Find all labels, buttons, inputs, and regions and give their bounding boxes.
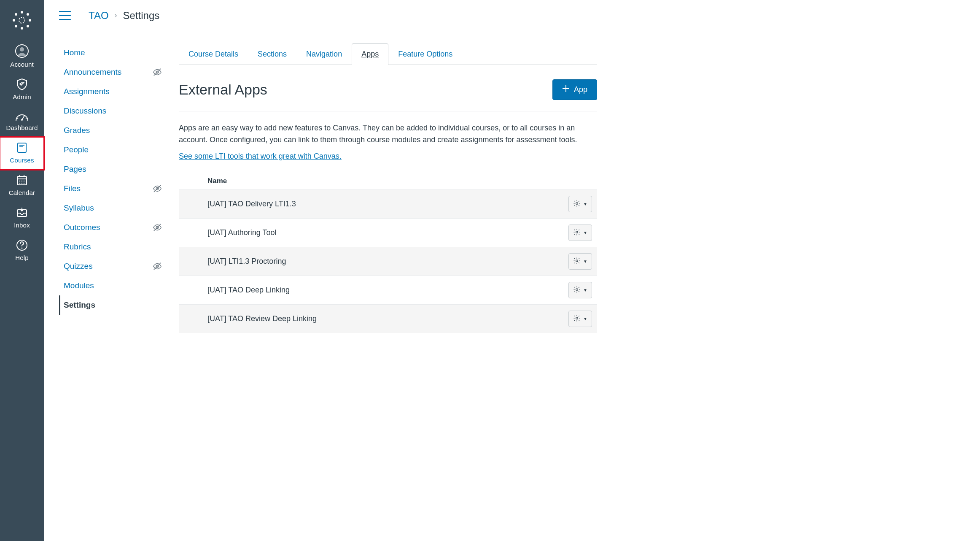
svg-point-23 <box>19 181 20 181</box>
course-nav-item[interactable]: Announcements <box>59 62 167 82</box>
course-nav-item[interactable]: Modules <box>59 276 167 295</box>
content: Course DetailsSectionsNavigationAppsFeat… <box>167 43 597 333</box>
shield-icon <box>16 78 28 91</box>
calendar-icon <box>16 174 28 187</box>
svg-point-3 <box>13 19 15 22</box>
nav-admin-label: Admin <box>13 93 31 100</box>
table-row: [UAT] TAO Deep Linking▼ <box>179 276 597 304</box>
course-nav-item[interactable]: Grades <box>59 121 167 140</box>
page-title: External Apps <box>179 81 267 98</box>
app-name-cell: [UAT] TAO Review Deep Linking <box>179 304 563 333</box>
gear-icon <box>573 200 581 208</box>
course-nav-link[interactable]: Outcomes <box>64 223 100 232</box>
course-nav-link[interactable]: Syllabus <box>64 203 94 213</box>
course-nav-item[interactable]: Discussions <box>59 101 167 121</box>
course-nav-item[interactable]: Outcomes <box>59 218 167 237</box>
nav-courses[interactable]: Courses <box>0 137 44 170</box>
svg-point-6 <box>27 13 29 16</box>
course-nav-link[interactable]: Files <box>64 184 81 193</box>
page: TAO › Settings HomeAnnouncementsAssignme… <box>44 0 980 350</box>
lti-tools-link[interactable]: See some LTI tools that work great with … <box>179 152 342 161</box>
course-nav-link[interactable]: Grades <box>64 126 90 135</box>
breadcrumb-course[interactable]: TAO <box>89 10 109 22</box>
gear-icon <box>573 228 581 237</box>
canvas-logo[interactable] <box>10 8 34 32</box>
tab[interactable]: Sections <box>248 43 296 65</box>
course-nav-item[interactable]: Pages <box>59 160 167 179</box>
chevron-right-icon: › <box>115 11 117 20</box>
course-nav-item[interactable]: Files <box>59 179 167 198</box>
svg-point-45 <box>576 260 578 262</box>
inbox-icon <box>16 206 28 219</box>
add-app-button[interactable]: App <box>552 79 597 100</box>
course-nav-item[interactable]: Home <box>59 43 167 62</box>
nav-help[interactable]: Help <box>0 235 44 267</box>
help-icon <box>16 239 28 252</box>
svg-point-7 <box>15 25 17 27</box>
svg-point-24 <box>22 181 22 181</box>
course-nav-link[interactable]: Quizzes <box>64 262 93 271</box>
app-settings-button[interactable]: ▼ <box>568 311 592 327</box>
nav-admin[interactable]: Admin <box>0 74 44 106</box>
svg-point-14 <box>26 118 27 119</box>
gear-icon <box>573 286 581 295</box>
svg-point-27 <box>22 183 22 184</box>
caret-down-icon: ▼ <box>583 259 587 264</box>
hamburger-menu[interactable] <box>59 11 71 20</box>
course-nav-item[interactable]: Assignments <box>59 82 167 101</box>
course-nav-link[interactable]: Rubrics <box>64 242 91 252</box>
svg-point-5 <box>15 13 17 16</box>
gear-icon <box>573 314 581 323</box>
nav-inbox-label: Inbox <box>14 222 30 229</box>
app-settings-button[interactable]: ▼ <box>568 282 592 298</box>
course-nav-item[interactable]: People <box>59 140 167 160</box>
svg-point-44 <box>576 231 578 233</box>
app-actions-cell: ▼ <box>563 189 597 218</box>
svg-point-8 <box>27 25 29 27</box>
tab[interactable]: Feature Options <box>388 43 462 65</box>
course-nav-item[interactable]: Settings <box>59 295 167 315</box>
app-settings-button[interactable]: ▼ <box>568 253 592 270</box>
plus-icon <box>562 85 570 95</box>
settings-tabs: Course DetailsSectionsNavigationAppsFeat… <box>179 43 597 65</box>
app-name-cell: [UAT] LTI1.3 Proctoring <box>179 247 563 276</box>
course-nav-item[interactable]: Rubrics <box>59 237 167 257</box>
svg-point-43 <box>576 203 578 205</box>
svg-point-13 <box>17 118 19 119</box>
nav-calendar[interactable]: Calendar <box>0 170 44 202</box>
app-actions-cell: ▼ <box>563 218 597 247</box>
course-nav-link[interactable]: Home <box>64 48 85 57</box>
nav-help-label: Help <box>15 254 29 261</box>
course-nav-link[interactable]: Pages <box>64 165 86 174</box>
apps-description: Apps are an easy way to add new features… <box>179 122 597 146</box>
nav-account[interactable]: Account <box>0 40 44 74</box>
eye-off-icon <box>153 68 165 77</box>
book-icon <box>16 141 28 154</box>
course-nav-link[interactable]: Announcements <box>64 68 121 77</box>
course-nav-link[interactable]: People <box>64 145 89 154</box>
course-nav-link[interactable]: Settings <box>64 300 95 310</box>
tab[interactable]: Apps <box>352 43 388 65</box>
table-row: [UAT] TAO Review Deep Linking▼ <box>179 304 597 333</box>
course-nav-item[interactable]: Quizzes <box>59 257 167 276</box>
svg-point-2 <box>21 27 23 30</box>
nav-inbox[interactable]: Inbox <box>0 202 44 235</box>
tab[interactable]: Course Details <box>179 43 248 65</box>
svg-point-28 <box>24 183 24 184</box>
svg-point-4 <box>29 19 31 22</box>
course-nav: HomeAnnouncementsAssignmentsDiscussionsG… <box>59 43 167 333</box>
app-settings-button[interactable]: ▼ <box>568 225 592 241</box>
course-nav-link[interactable]: Assignments <box>64 87 110 96</box>
course-nav-link[interactable]: Modules <box>64 281 94 290</box>
svg-point-32 <box>22 248 23 249</box>
nav-dashboard-label: Dashboard <box>6 124 38 131</box>
caret-down-icon: ▼ <box>583 316 587 321</box>
course-nav-item[interactable]: Syllabus <box>59 198 167 218</box>
app-name-cell: [UAT] Authoring Tool <box>179 218 563 247</box>
eye-off-icon <box>153 184 165 193</box>
tab[interactable]: Navigation <box>296 43 352 65</box>
app-settings-button[interactable]: ▼ <box>568 196 592 212</box>
course-nav-link[interactable]: Discussions <box>64 106 106 116</box>
nav-dashboard[interactable]: Dashboard <box>0 106 44 137</box>
global-nav: Account Admin Dashboard Courses Calendar… <box>0 0 44 350</box>
